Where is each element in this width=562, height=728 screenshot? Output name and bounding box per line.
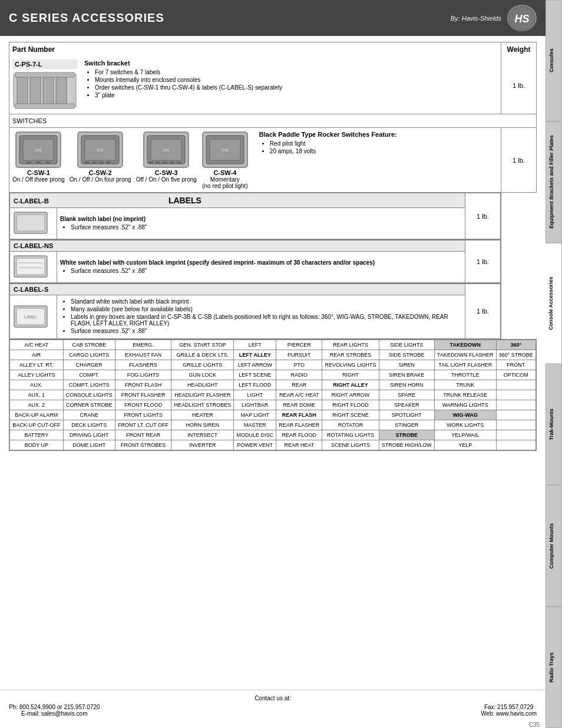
label-grid-row-9: BATTERYDRIVING LIGHTFRONT REARINTERSECTM…: [10, 430, 536, 440]
label-cell: AUX. 2: [10, 400, 64, 410]
label-cell: RIGHT SCENE: [322, 410, 379, 420]
footer: Contact us at: Ph: 800.524.9900 or 215.9…: [0, 690, 546, 722]
svg-rect-22: [106, 162, 111, 164]
sw1-model: C-SW-1: [27, 169, 50, 176]
svg-rect-3: [17, 77, 28, 104]
label-cell: HEADLIGHT STROBES: [171, 400, 234, 410]
label-cell: REAR FLASH: [276, 410, 322, 420]
label-cell: CHARGER: [63, 360, 115, 370]
label-cell: COMPT. LIGHTS: [63, 380, 115, 390]
label-cell: RIGHT: [322, 370, 379, 380]
label-grid-row-0: A/C HEATCAB STROBEEMERG.GEN. START STOPL…: [10, 340, 536, 350]
svg-rect-13: [36, 162, 41, 164]
footer-grid: Ph: 800.524.9900 or 215.957.0720 E-mail:…: [9, 704, 537, 717]
bracket-svg: [12, 71, 77, 110]
label-cell: [496, 390, 535, 400]
label-cell: [496, 430, 535, 440]
label-cell: BACK-UP CUT-OFF: [10, 420, 64, 430]
label-cell: [496, 380, 535, 390]
label-cell: COMPT.: [63, 370, 115, 380]
sw4-subdesc: (no red pilot light): [202, 183, 247, 189]
label-grid-row-8: BACK-UP CUT-OFFDECK LIGHTSFRONT LT. CUT …: [10, 420, 536, 430]
tab-trak-mounts[interactable]: Trak-Mounts: [546, 364, 562, 485]
sw2-desc: On / Off / On four prong: [70, 176, 131, 183]
label-grid-row-5: AUX. 1CONSOLE LIGHTSFRONT FLASHERHEADLIG…: [10, 390, 536, 400]
tab-computer-mounts[interactable]: Computer Mounts: [546, 485, 562, 607]
switches-section-header: SWITCHES: [9, 114, 537, 128]
label-cell: [496, 400, 535, 410]
label-cell: REAR HEAT: [276, 440, 322, 450]
clabel-s-image: LABEL: [13, 305, 48, 328]
label-grid-row-4: AUX.COMPT. LIGHTSFRONT FLASHHEADLIGHTLEF…: [10, 380, 536, 390]
label-cell: CORNER STROBE: [63, 400, 115, 410]
label-grid-row-6: AUX. 2CORNER STROBEFRONT FLOODHEADLIGHT …: [10, 400, 536, 410]
label-grid-row-7: BACK-UP ALARMCRANEFRONT LIGHTSHEATERMAP …: [10, 410, 536, 420]
svg-rect-6: [56, 77, 67, 104]
label-cell: BACK-UP ALARM: [10, 410, 64, 420]
label-cell: 360° STROBE: [496, 350, 535, 360]
label-grid-row-1: AIRCARGO LIGHTSEXHAUST FANGRILLE & DECK …: [10, 350, 536, 360]
label-cell: THROTTLE: [434, 370, 496, 380]
label-cell: ROTATING LIGHTS: [322, 430, 379, 440]
part-number-header: Part Number: [9, 42, 501, 57]
tab-console-accessories[interactable]: Console Accessories: [546, 243, 562, 364]
svg-rect-7: [15, 73, 74, 77]
label-cell: PIERCER: [276, 340, 322, 350]
switch-4-image: SW: [201, 131, 249, 169]
svg-text:SW: SW: [35, 148, 42, 152]
label-cell: REAR FLASHER: [276, 420, 322, 430]
feature-2: 20 amps, 18 volts: [270, 148, 498, 154]
clabel-ns-title: White switch label with custom black imp…: [60, 259, 462, 266]
logo: HS: [507, 5, 537, 31]
tab-equipment[interactable]: Equipment Brackets and Filler Plates: [546, 121, 562, 243]
label-cell: TRUNK RELEASE: [434, 390, 496, 400]
label-cell: WORK LIGHTS: [434, 420, 496, 430]
label-cell: GRILLE & DECK LTS.: [171, 350, 234, 360]
header-row: Part Number Weight: [9, 42, 537, 57]
tab-consoles[interactable]: Consoles: [546, 0, 562, 121]
label-grid-row-10: BODY UPDOME LIGHTFRONT STROBESINVERTERPO…: [10, 440, 536, 450]
svg-rect-29: [163, 162, 167, 164]
feature-1: Red pilot light: [270, 140, 498, 147]
svg-rect-21: [99, 162, 104, 164]
bracket-weight: 1 lb.: [501, 57, 537, 114]
clabel-s-image-cell: LABEL: [10, 295, 57, 339]
label-cell: EMERG.: [115, 340, 171, 350]
switch-1-image: SW: [15, 131, 62, 169]
header: C SERIES ACCESSORIES By: Havis-Shields H…: [0, 0, 546, 36]
label-cell: BODY UP: [10, 440, 64, 450]
clabel-b-row: C-LABEL-B LABELS 1 lb.: [9, 193, 537, 240]
clabel-b-weight: 1 lb.: [465, 193, 501, 239]
content: Part Number Weight C-PS-7-L: [0, 36, 546, 687]
clabel-s-weight: 1 lb.: [465, 284, 501, 339]
label-cell: TRUNK: [434, 380, 496, 390]
switch-features: Black Paddle Type Rocker Switches Featur…: [259, 131, 498, 156]
side-tabs: Consoles Equipment Brackets and Filler P…: [546, 0, 562, 728]
label-cell: LEFT ALLEY: [234, 350, 276, 360]
tab-radio-trays[interactable]: Radio Trays: [546, 607, 562, 728]
footer-left: Ph: 800.524.9900 or 215.957.0720 E-mail:…: [9, 704, 100, 717]
label-cell: POWER VENT: [234, 440, 276, 450]
label-cell: SIDE STROBE: [379, 350, 434, 360]
label-cell: LIGHTBAR: [234, 400, 276, 410]
label-cell: GRILLE LIGHTS: [171, 360, 234, 370]
svg-rect-20: [92, 162, 97, 164]
footer-phone: Ph: 800.524.9900 or 215.957.0720: [9, 704, 100, 710]
label-cell: SIDE LIGHTS: [379, 340, 434, 350]
label-cell: FRONT FLASH: [115, 380, 171, 390]
label-cell: RIGHT ARROW: [322, 390, 379, 400]
label-cell: ALLEY LIGHTS: [10, 370, 64, 380]
clabel-b-section: C-LABEL-B LABELS: [14, 197, 201, 205]
label-cell: STROBE: [379, 430, 434, 440]
label-cell: WIG-WAG: [434, 410, 496, 420]
svg-text:SW: SW: [222, 148, 229, 152]
clabel-ns-image: [13, 255, 48, 278]
label-cell: SPEAKER: [379, 400, 434, 410]
label-cell: DRIVING LIGHT: [63, 430, 115, 440]
label-cell: REAR: [276, 380, 322, 390]
features-list: Red pilot light 20 amps, 18 volts: [259, 140, 498, 154]
svg-rect-14: [45, 162, 50, 164]
label-grid-row-3: ALLEY LIGHTSCOMPT.FOG LIGHTSGUN LOCKLEFT…: [10, 370, 536, 380]
label-cell: FRONT STROBES: [115, 440, 171, 450]
label-cell: FRONT REAR: [115, 430, 171, 440]
